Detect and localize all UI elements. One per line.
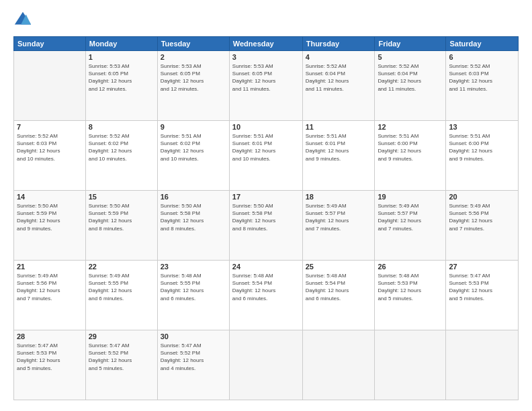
calendar-cell: 25Sunrise: 5:48 AM Sunset: 5:54 PM Dayli…: [302, 261, 375, 330]
day-info: Sunrise: 5:51 AM Sunset: 6:02 PM Dayligh…: [161, 132, 226, 163]
header: [13, 11, 519, 30]
calendar-cell: 3Sunrise: 5:53 AM Sunset: 6:05 PM Daylig…: [229, 51, 302, 121]
calendar-cell: 30Sunrise: 5:47 AM Sunset: 5:52 PM Dayli…: [157, 330, 229, 400]
weekday-header-friday: Friday: [375, 37, 446, 51]
day-info: Sunrise: 5:52 AM Sunset: 6:03 PM Dayligh…: [449, 62, 515, 93]
day-number: 30: [161, 332, 226, 340]
day-number: 18: [306, 193, 372, 201]
day-number: 5: [378, 53, 443, 61]
day-number: 4: [306, 53, 372, 61]
weekday-header-tuesday: Tuesday: [157, 37, 229, 51]
day-info: Sunrise: 5:49 AM Sunset: 5:55 PM Dayligh…: [89, 272, 154, 302]
day-info: Sunrise: 5:52 AM Sunset: 6:04 PM Dayligh…: [306, 62, 372, 93]
page: SundayMondayTuesdayWednesdayThursdayFrid…: [0, 0, 532, 411]
calendar-cell: 4Sunrise: 5:52 AM Sunset: 6:04 PM Daylig…: [302, 51, 375, 121]
week-row-1: 1Sunrise: 5:53 AM Sunset: 6:05 PM Daylig…: [14, 51, 519, 121]
day-number: 21: [17, 263, 83, 271]
calendar-cell: 23Sunrise: 5:48 AM Sunset: 5:55 PM Dayli…: [157, 261, 229, 330]
calendar-header: SundayMondayTuesdayWednesdayThursdayFrid…: [14, 37, 519, 51]
weekday-header-saturday: Saturday: [446, 37, 519, 51]
calendar-cell: 15Sunrise: 5:50 AM Sunset: 5:59 PM Dayli…: [85, 191, 157, 261]
day-info: Sunrise: 5:48 AM Sunset: 5:53 PM Dayligh…: [378, 272, 443, 302]
calendar-cell: 17Sunrise: 5:50 AM Sunset: 5:58 PM Dayli…: [229, 191, 302, 261]
day-info: Sunrise: 5:49 AM Sunset: 5:57 PM Dayligh…: [306, 202, 372, 232]
calendar-cell: 7Sunrise: 5:52 AM Sunset: 6:03 PM Daylig…: [14, 121, 86, 191]
calendar-cell: 13Sunrise: 5:51 AM Sunset: 6:00 PM Dayli…: [446, 121, 519, 191]
day-info: Sunrise: 5:52 AM Sunset: 6:03 PM Dayligh…: [17, 132, 83, 163]
day-number: 17: [232, 193, 300, 201]
day-number: 11: [306, 123, 372, 131]
weekday-header-wednesday: Wednesday: [229, 37, 302, 51]
calendar-cell: 9Sunrise: 5:51 AM Sunset: 6:02 PM Daylig…: [157, 121, 229, 191]
day-number: 24: [232, 263, 300, 271]
calendar-cell: 19Sunrise: 5:49 AM Sunset: 5:57 PM Dayli…: [375, 191, 446, 261]
day-number: 20: [449, 193, 515, 201]
calendar-cell: 29Sunrise: 5:47 AM Sunset: 5:52 PM Dayli…: [85, 330, 157, 400]
calendar-cell: [446, 330, 519, 400]
week-row-2: 7Sunrise: 5:52 AM Sunset: 6:03 PM Daylig…: [14, 121, 519, 191]
logo: [13, 11, 35, 30]
day-info: Sunrise: 5:49 AM Sunset: 5:57 PM Dayligh…: [378, 202, 443, 232]
day-info: Sunrise: 5:49 AM Sunset: 5:56 PM Dayligh…: [449, 202, 515, 232]
day-number: 26: [378, 263, 443, 271]
day-info: Sunrise: 5:47 AM Sunset: 5:52 PM Dayligh…: [161, 342, 226, 372]
weekday-header-thursday: Thursday: [302, 37, 375, 51]
calendar-cell: 24Sunrise: 5:48 AM Sunset: 5:54 PM Dayli…: [229, 261, 302, 330]
calendar-cell: 1Sunrise: 5:53 AM Sunset: 6:05 PM Daylig…: [85, 51, 157, 121]
day-info: Sunrise: 5:53 AM Sunset: 6:05 PM Dayligh…: [232, 62, 300, 93]
day-number: 15: [89, 193, 154, 201]
calendar-body: 1Sunrise: 5:53 AM Sunset: 6:05 PM Daylig…: [14, 51, 519, 400]
day-info: Sunrise: 5:48 AM Sunset: 5:54 PM Dayligh…: [306, 272, 372, 302]
day-number: 27: [449, 263, 515, 271]
calendar-cell: 5Sunrise: 5:52 AM Sunset: 6:04 PM Daylig…: [375, 51, 446, 121]
calendar-cell: 27Sunrise: 5:47 AM Sunset: 5:53 PM Dayli…: [446, 261, 519, 330]
day-number: 6: [449, 53, 515, 61]
calendar-cell: [302, 330, 375, 400]
day-info: Sunrise: 5:52 AM Sunset: 6:02 PM Dayligh…: [89, 132, 154, 163]
week-row-4: 21Sunrise: 5:49 AM Sunset: 5:56 PM Dayli…: [14, 261, 519, 330]
day-info: Sunrise: 5:52 AM Sunset: 6:04 PM Dayligh…: [378, 62, 443, 93]
day-info: Sunrise: 5:48 AM Sunset: 5:54 PM Dayligh…: [232, 272, 300, 302]
day-info: Sunrise: 5:47 AM Sunset: 5:53 PM Dayligh…: [449, 272, 515, 302]
day-info: Sunrise: 5:51 AM Sunset: 6:00 PM Dayligh…: [378, 132, 443, 163]
day-info: Sunrise: 5:51 AM Sunset: 6:01 PM Dayligh…: [306, 132, 372, 163]
calendar-cell: 8Sunrise: 5:52 AM Sunset: 6:02 PM Daylig…: [85, 121, 157, 191]
day-info: Sunrise: 5:50 AM Sunset: 5:59 PM Dayligh…: [17, 202, 83, 232]
day-number: 16: [161, 193, 226, 201]
day-number: 19: [378, 193, 443, 201]
calendar-cell: 12Sunrise: 5:51 AM Sunset: 6:00 PM Dayli…: [375, 121, 446, 191]
week-row-5: 28Sunrise: 5:47 AM Sunset: 5:53 PM Dayli…: [14, 330, 519, 400]
calendar-cell: 21Sunrise: 5:49 AM Sunset: 5:56 PM Dayli…: [14, 261, 86, 330]
day-number: 22: [89, 263, 154, 271]
day-number: 25: [306, 263, 372, 271]
day-number: 1: [89, 53, 154, 61]
day-number: 12: [378, 123, 443, 131]
day-info: Sunrise: 5:50 AM Sunset: 5:58 PM Dayligh…: [161, 202, 226, 232]
day-number: 3: [232, 53, 300, 61]
day-info: Sunrise: 5:50 AM Sunset: 5:58 PM Dayligh…: [232, 202, 300, 232]
calendar-cell: 6Sunrise: 5:52 AM Sunset: 6:03 PM Daylig…: [446, 51, 519, 121]
day-info: Sunrise: 5:50 AM Sunset: 5:59 PM Dayligh…: [89, 202, 154, 232]
day-info: Sunrise: 5:51 AM Sunset: 6:01 PM Dayligh…: [232, 132, 300, 163]
calendar-cell: 26Sunrise: 5:48 AM Sunset: 5:53 PM Dayli…: [375, 261, 446, 330]
calendar-cell: 10Sunrise: 5:51 AM Sunset: 6:01 PM Dayli…: [229, 121, 302, 191]
day-number: 29: [89, 332, 154, 340]
day-number: 9: [161, 123, 226, 131]
calendar-cell: 14Sunrise: 5:50 AM Sunset: 5:59 PM Dayli…: [14, 191, 86, 261]
calendar-cell: 28Sunrise: 5:47 AM Sunset: 5:53 PM Dayli…: [14, 330, 86, 400]
day-info: Sunrise: 5:47 AM Sunset: 5:52 PM Dayligh…: [89, 342, 154, 372]
day-number: 8: [89, 123, 154, 131]
calendar-cell: [14, 51, 86, 121]
calendar-cell: 22Sunrise: 5:49 AM Sunset: 5:55 PM Dayli…: [85, 261, 157, 330]
day-number: 13: [449, 123, 515, 131]
calendar-cell: 20Sunrise: 5:49 AM Sunset: 5:56 PM Dayli…: [446, 191, 519, 261]
day-info: Sunrise: 5:49 AM Sunset: 5:56 PM Dayligh…: [17, 272, 83, 302]
calendar-cell: 2Sunrise: 5:53 AM Sunset: 6:05 PM Daylig…: [157, 51, 229, 121]
calendar-cell: 11Sunrise: 5:51 AM Sunset: 6:01 PM Dayli…: [302, 121, 375, 191]
day-number: 10: [232, 123, 300, 131]
day-number: 23: [161, 263, 226, 271]
day-info: Sunrise: 5:47 AM Sunset: 5:53 PM Dayligh…: [17, 342, 83, 372]
day-info: Sunrise: 5:51 AM Sunset: 6:00 PM Dayligh…: [449, 132, 515, 163]
weekday-header-row: SundayMondayTuesdayWednesdayThursdayFrid…: [14, 37, 519, 51]
day-number: 28: [17, 332, 83, 340]
